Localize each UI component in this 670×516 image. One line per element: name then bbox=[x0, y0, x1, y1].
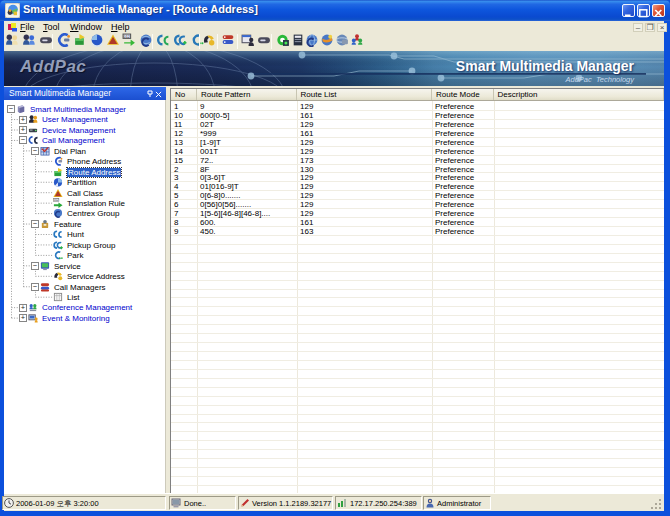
svg-text:012: 012 bbox=[54, 198, 59, 202]
svg-text:012: 012 bbox=[124, 35, 130, 39]
